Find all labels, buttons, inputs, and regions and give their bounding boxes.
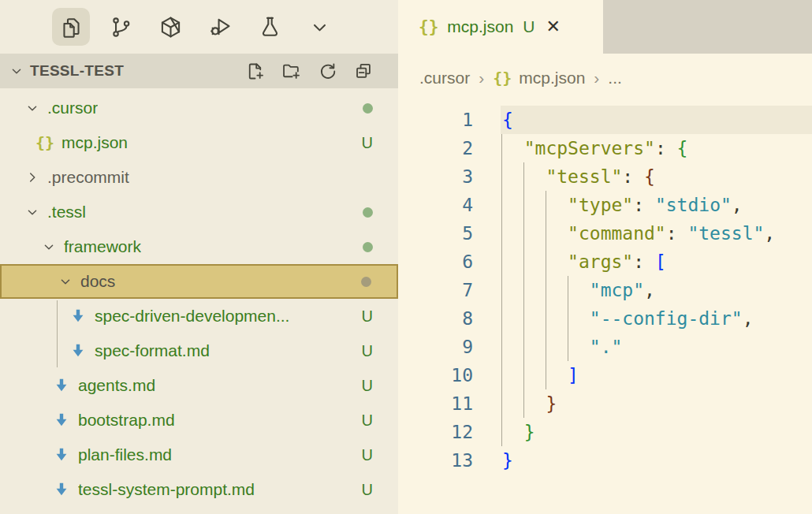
activity-item-more-views[interactable] <box>300 8 338 46</box>
tree-item-spec-driven-developmen[interactable]: spec-driven-developmen...U <box>0 299 398 333</box>
git-untracked-badge: U <box>362 481 373 499</box>
tab-close-icon[interactable]: ✕ <box>546 18 561 35</box>
line-number: 11 <box>398 389 473 418</box>
code-line-9[interactable]: 9 "." <box>398 333 812 361</box>
line-number: 5 <box>398 219 473 248</box>
code-line-6[interactable]: 6 "args": [ <box>398 248 812 276</box>
code-line-5[interactable]: 5 "command": "tessl", <box>398 219 812 248</box>
git-untracked-badge: U <box>362 377 373 395</box>
code-line-content[interactable]: ] <box>473 361 579 389</box>
refresh-button[interactable] <box>317 61 338 82</box>
code-line-content[interactable]: { <box>473 106 513 134</box>
code-line-content[interactable]: "tessl": { <box>473 162 655 191</box>
breadcrumb-segment[interactable]: {}mcp.json <box>493 69 585 88</box>
app-window: TESSL-TEST .cursor{}mcp.jsonU.precommit.… <box>0 0 812 514</box>
line-number: 10 <box>398 361 473 389</box>
code-line-4[interactable]: 4 "type": "stdio", <box>398 191 812 219</box>
chevron-down-icon <box>24 203 41 221</box>
code-editor[interactable]: 1{2 "mcpServers": {3 "tessl": {4 "type":… <box>398 102 812 514</box>
explorer-collapse-chevron-icon[interactable] <box>8 62 25 80</box>
activity-item-extensions[interactable] <box>151 8 189 46</box>
tree-item-plan-files-md[interactable]: plan-files.mdU <box>0 438 398 472</box>
git-untracked-badge: U <box>362 342 373 360</box>
code-line-12[interactable]: 12 } <box>398 418 812 446</box>
tree-item-cursor[interactable]: .cursor <box>0 91 398 125</box>
git-modified-dot <box>363 242 373 252</box>
code-line-content[interactable]: } <box>473 418 535 446</box>
debug-icon <box>208 15 233 39</box>
tree-indent-guide <box>57 300 58 367</box>
git-modified-dot <box>363 207 373 218</box>
code-line-content[interactable]: } <box>473 446 513 475</box>
tree-item-mcp-json[interactable]: {}mcp.jsonU <box>0 125 398 160</box>
explorer-header: TESSL-TEST <box>0 54 398 88</box>
code-line-11[interactable]: 11 } <box>398 389 812 418</box>
json-file-icon: {} <box>419 17 438 36</box>
breadcrumb-segment[interactable]: .cursor <box>419 69 470 88</box>
code-line-content[interactable]: "." <box>473 333 622 361</box>
explorer-actions <box>244 61 374 82</box>
line-number: 13 <box>398 446 473 475</box>
new-file-icon <box>244 61 266 82</box>
tree-item-framework[interactable]: framework <box>0 229 398 264</box>
new-folder-button[interactable] <box>281 61 302 82</box>
tab-label: mcp.json <box>447 17 513 36</box>
tree-item-label: mcp.json <box>61 133 128 152</box>
files-icon <box>59 15 84 39</box>
json-file-icon: {} <box>493 69 512 88</box>
code-line-7[interactable]: 7 "mcp", <box>398 276 812 304</box>
git-untracked-badge: U <box>362 134 373 152</box>
activity-item-source-control[interactable] <box>102 8 140 46</box>
activity-item-run-debug[interactable] <box>201 8 239 46</box>
tree-item-tessl[interactable]: .tessl <box>0 195 398 229</box>
markdown-file-icon <box>51 412 72 429</box>
tree-item-bootstrap-md[interactable]: bootstrap.mdU <box>0 403 398 438</box>
tree-item-label: framework <box>64 237 141 256</box>
refresh-icon <box>317 61 338 82</box>
tree-item-label: docs <box>80 272 115 291</box>
tree-item-label: agents.md <box>78 376 155 395</box>
tree-item-tessl-system-prompt-md[interactable]: tessl-system-prompt.mdU <box>0 472 398 507</box>
markdown-file-icon <box>51 377 72 394</box>
tree-item-spec-format-md[interactable]: spec-format.mdU <box>0 333 398 368</box>
tree-item-label: .cursor <box>47 99 98 117</box>
git-modified-dot <box>363 103 373 114</box>
tree-item-precommit[interactable]: .precommit <box>0 160 398 195</box>
tree-item-docs[interactable]: docs <box>0 264 398 299</box>
code-line-content[interactable]: "mcp", <box>473 276 655 304</box>
tree-item-label: tessl-system-prompt.md <box>78 480 255 499</box>
activity-item-explorer[interactable] <box>52 8 90 46</box>
code-line-8[interactable]: 8 "--config-dir", <box>398 304 812 333</box>
chevron-down-icon <box>57 273 74 290</box>
breadcrumb-segment-label: .cursor <box>419 69 470 88</box>
tab-mcp-json[interactable]: {} mcp.json U ✕ <box>398 0 603 54</box>
new-file-button[interactable] <box>244 61 266 82</box>
code-line-content[interactable]: "mcpServers": { <box>473 134 687 162</box>
explorer-title: TESSL-TEST <box>30 62 124 80</box>
chevron-down-icon <box>307 15 332 39</box>
breadcrumb-segment-label: ... <box>608 69 622 88</box>
collapse-all-button[interactable] <box>353 61 374 82</box>
line-number: 12 <box>398 418 473 446</box>
code-line-content[interactable]: "type": "stdio", <box>473 191 743 219</box>
code-line-3[interactable]: 3 "tessl": { <box>398 162 812 191</box>
line-number: 3 <box>398 162 473 191</box>
code-line-content[interactable]: "command": "tessl", <box>473 219 775 248</box>
code-line-content[interactable]: } <box>473 389 557 418</box>
code-line-10[interactable]: 10 ] <box>398 361 812 389</box>
code-line-content[interactable]: "--config-dir", <box>473 304 754 333</box>
tree-item-label: bootstrap.md <box>78 411 175 430</box>
collapse-all-icon <box>353 61 374 82</box>
new-folder-icon <box>281 61 302 82</box>
code-line-2[interactable]: 2 "mcpServers": { <box>398 134 812 162</box>
markdown-file-icon <box>68 342 88 359</box>
chevron-right-icon <box>24 169 41 186</box>
code-line-13[interactable]: 13} <box>398 446 812 475</box>
json-file-icon: {} <box>35 133 55 152</box>
tree-item-agents-md[interactable]: agents.mdU <box>0 368 398 403</box>
breadcrumb-segment[interactable]: ... <box>608 69 622 88</box>
code-line-content[interactable]: "args": [ <box>473 248 666 276</box>
code-line-1[interactable]: 1{ <box>398 106 812 134</box>
git-untracked-badge: U <box>362 412 373 430</box>
activity-item-testing[interactable] <box>251 8 289 46</box>
